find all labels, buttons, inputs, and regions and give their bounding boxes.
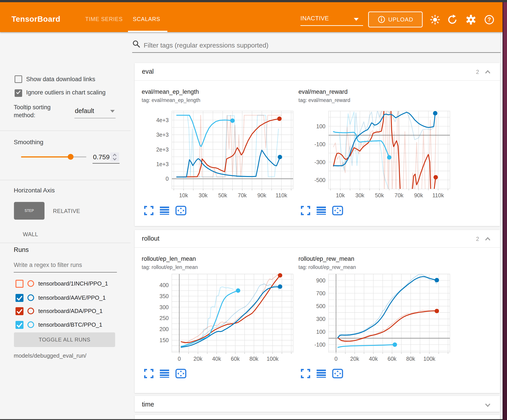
section-header-eval[interactable]: eval 2 xyxy=(135,63,500,81)
ignore-outliers-label: Ignore outliers in chart scaling xyxy=(26,89,106,96)
svg-text:90k: 90k xyxy=(257,192,266,198)
tab-time-series[interactable]: TIME SERIES xyxy=(85,16,123,22)
axis-mode-relative-button[interactable]: RELATIVE xyxy=(53,208,80,214)
svg-text:350: 350 xyxy=(159,293,169,299)
scrollbar-track[interactable] xyxy=(500,33,501,419)
chart-title: eval/mean_reward xyxy=(298,89,348,95)
tag-filter[interactable]: Filter tags (regular expressions support… xyxy=(132,39,501,52)
divider xyxy=(0,180,131,180)
expand-chevron-down-icon[interactable] xyxy=(484,401,492,409)
data-table-icon[interactable] xyxy=(159,369,169,379)
fit-domain-icon[interactable] xyxy=(332,369,343,379)
svg-text:0: 0 xyxy=(335,356,338,362)
section-card-eval: eval 2 eval/mean_ep_length tag: eval/mea… xyxy=(135,63,500,226)
fit-domain-icon[interactable] xyxy=(175,369,186,379)
chart-plot[interactable]: 10k30k50k70k90k110k100-100-300-500 xyxy=(297,106,454,203)
tab-scalars[interactable]: SCALARS xyxy=(133,16,160,22)
run-checkbox[interactable] xyxy=(15,294,23,302)
collapse-chevron-up-icon[interactable] xyxy=(484,68,492,76)
svg-text:110k: 110k xyxy=(276,192,287,198)
show-download-links-checkbox[interactable] xyxy=(15,76,22,83)
fullscreen-icon[interactable] xyxy=(301,206,310,215)
smoothing-slider-thumb[interactable] xyxy=(68,154,73,160)
svg-text:150: 150 xyxy=(159,337,169,343)
svg-text:3e+3: 3e+3 xyxy=(156,131,169,138)
toggle-all-runs-button[interactable]: TOGGLE ALL RUNS xyxy=(14,332,115,347)
svg-text:250: 250 xyxy=(159,315,169,321)
checkmark-icon xyxy=(15,294,23,302)
run-label: tensorboard/AAVE/PPO_1 xyxy=(38,294,106,301)
run-color-circle-icon[interactable] xyxy=(28,308,34,314)
run-color-circle-icon[interactable] xyxy=(28,321,34,328)
smoothing-underline xyxy=(92,163,120,164)
run-color-circle-icon[interactable] xyxy=(28,294,34,301)
chart-toolbar xyxy=(301,369,343,379)
fullscreen-icon[interactable] xyxy=(144,369,154,379)
refresh-icon[interactable] xyxy=(447,14,458,25)
svg-text:2e+3: 2e+3 xyxy=(156,146,169,153)
svg-text:100: 100 xyxy=(316,123,325,129)
fullscreen-icon[interactable] xyxy=(301,369,310,379)
ignore-outliers-checkbox[interactable] xyxy=(15,89,22,97)
run-color-circle-icon[interactable] xyxy=(28,280,34,287)
svg-text:40k: 40k xyxy=(212,356,221,362)
fit-domain-icon[interactable] xyxy=(332,206,343,215)
divider xyxy=(0,131,131,131)
smoothing-value-input[interactable]: 0.759 xyxy=(93,153,110,161)
run-row[interactable]: tensorboard/1INCH/PPO_1 xyxy=(14,279,129,289)
chart-tag: tag: eval/mean_ep_length xyxy=(142,97,200,103)
chart-plot[interactable]: 020k40k60k80k100k150200250300350400 xyxy=(141,273,297,365)
run-row[interactable]: tensorboard/ADA/PPO_1 xyxy=(14,307,129,317)
divider xyxy=(0,243,131,243)
chart-title: eval/mean_ep_length xyxy=(142,89,199,95)
svg-text:100k: 100k xyxy=(267,356,279,362)
run-checkbox[interactable] xyxy=(15,280,23,288)
chart-plot[interactable]: 020k40k60k80k100k-100100300500700900 xyxy=(297,273,454,365)
status-dropdown[interactable]: INACTIVE xyxy=(300,15,329,22)
run-row[interactable]: tensorboard/BTC/PPO_1 xyxy=(14,320,129,330)
svg-text:200: 200 xyxy=(159,326,169,332)
svg-text:0: 0 xyxy=(178,356,181,362)
section-header-time[interactable]: time xyxy=(135,396,500,412)
dropdown-caret-icon[interactable] xyxy=(354,18,359,21)
data-table-icon[interactable] xyxy=(316,206,326,215)
status-underline xyxy=(300,25,363,26)
brightness-icon[interactable] xyxy=(430,14,440,25)
tag-filter-placeholder: Filter tags (regular expressions support… xyxy=(144,41,268,49)
run-row[interactable]: tensorboard/AAVE/PPO_1 xyxy=(14,294,129,303)
svg-text:300: 300 xyxy=(159,304,169,310)
data-table-icon[interactable] xyxy=(316,369,326,379)
settings-gear-icon[interactable] xyxy=(466,14,476,25)
run-checkbox[interactable] xyxy=(15,307,23,315)
svg-text:50k: 50k xyxy=(218,192,227,198)
fit-domain-icon[interactable] xyxy=(175,206,186,215)
run-checkbox[interactable] xyxy=(15,321,23,329)
upload-button[interactable]: UPLOAD xyxy=(368,12,423,28)
svg-text:4e+3: 4e+3 xyxy=(156,117,169,123)
svg-text:-100: -100 xyxy=(314,141,325,147)
section-header-rollout[interactable]: rollout 2 xyxy=(135,230,500,248)
axis-mode-wall-button[interactable]: WALL xyxy=(23,231,38,238)
data-table-icon[interactable] xyxy=(159,206,169,215)
section-name: eval xyxy=(142,68,154,75)
run-label: tensorboard/1INCH/PPO_1 xyxy=(38,280,108,287)
tooltip-sorting-select[interactable]: default xyxy=(75,107,94,115)
runs-filter-underline xyxy=(14,272,117,272)
chart-card-rollout-ep-len-mean: rollout/ep_len_mean tag: rollout/ep_len_… xyxy=(141,255,297,388)
collapse-chevron-up-icon[interactable] xyxy=(484,235,492,243)
svg-text:-100: -100 xyxy=(314,342,325,348)
section-name: rollout xyxy=(142,235,159,242)
svg-text:20k: 20k xyxy=(350,356,359,362)
smoothing-stepper[interactable] xyxy=(110,152,119,162)
runs-filter-input[interactable]: Write a regex to filter runs xyxy=(14,262,82,269)
help-icon[interactable]: ? xyxy=(484,14,495,25)
svg-text:-500: -500 xyxy=(314,177,325,183)
select-caret-icon[interactable] xyxy=(110,110,115,113)
app-title: TensorBoard xyxy=(12,15,60,23)
svg-text:70k: 70k xyxy=(394,192,404,198)
section-card-rollout: rollout 2 rollout/ep_len_mean tag: rollo… xyxy=(135,230,500,393)
fullscreen-icon[interactable] xyxy=(144,206,154,215)
chart-plot[interactable]: 10k30k50k70k90k110k01e+32e+33e+34e+3 xyxy=(141,106,297,203)
axis-mode-step-button[interactable]: STEP xyxy=(14,202,44,220)
desktop-background xyxy=(503,2,507,420)
